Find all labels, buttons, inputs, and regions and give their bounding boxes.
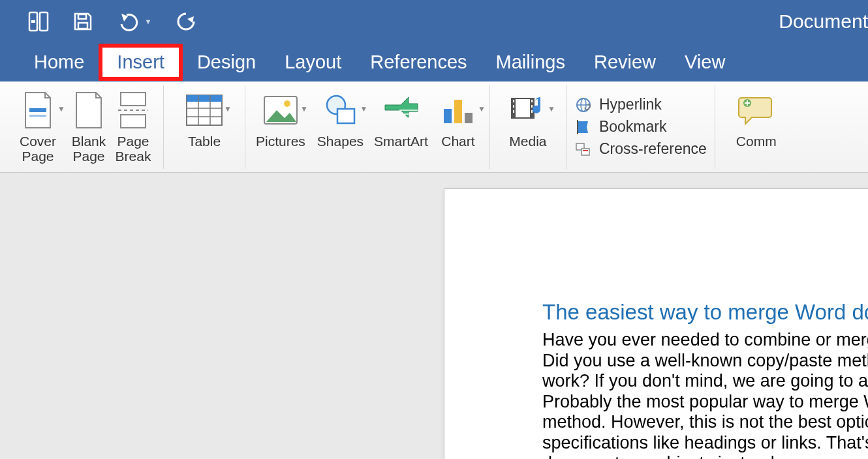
tab-mailings[interactable]: Mailings: [482, 48, 580, 77]
undo-icon[interactable]: ▼: [115, 9, 154, 34]
pictures-icon: ▼: [261, 91, 300, 130]
cross-reference-button[interactable]: Cross-reference: [574, 140, 707, 158]
svg-rect-6: [29, 115, 46, 117]
group-illustrations: ▼ Pictures ▼ Shapes SmartArt ▼ Chart: [245, 85, 490, 169]
blank-page-icon: [69, 91, 108, 130]
smartart-label: SmartArt: [374, 134, 428, 149]
chevron-down-icon: ▼: [478, 105, 486, 113]
save-icon[interactable]: [70, 9, 95, 34]
media-button[interactable]: ▼ Media: [508, 89, 548, 149]
group-pages: ▼ Cover Page Blank Page Page Break: [8, 85, 164, 169]
chart-icon: ▼: [439, 91, 478, 130]
comment-label: Comm: [736, 134, 777, 149]
smartart-icon: [382, 91, 421, 130]
chart-label: Chart: [441, 134, 474, 149]
chevron-down-icon: ▼: [360, 105, 368, 113]
cross-reference-label: Cross-reference: [599, 140, 707, 158]
ribbon-tabs: Home Insert Design Layout References Mai…: [0, 42, 868, 81]
redo-icon[interactable]: [174, 9, 198, 34]
document-body[interactable]: Have you ever needed to combine or merge…: [542, 330, 868, 459]
hyperlink-button[interactable]: Hyperlink: [574, 96, 707, 114]
chart-button[interactable]: ▼ Chart: [439, 89, 478, 149]
svg-rect-32: [531, 100, 533, 102]
svg-rect-34: [531, 110, 533, 113]
svg-rect-23: [444, 109, 452, 123]
table-button[interactable]: ▼ Table: [185, 89, 224, 149]
svg-rect-31: [513, 110, 514, 113]
svg-rect-19: [337, 109, 354, 123]
group-comments: Comm: [715, 85, 787, 169]
chevron-down-icon: ▼: [57, 105, 65, 113]
media-icon: ▼: [508, 91, 548, 130]
document-page[interactable]: The easiest way to merge Word docum Have…: [444, 188, 868, 459]
blank-page-label: Blank Page: [72, 134, 106, 164]
chevron-down-icon: ▼: [548, 105, 555, 113]
chevron-down-icon: ▼: [300, 105, 308, 113]
hyperlink-label: Hyperlink: [599, 96, 662, 113]
document-heading[interactable]: The easiest way to merge Word docum: [542, 300, 868, 325]
svg-rect-7: [121, 93, 146, 106]
group-tables: ▼ Table: [164, 85, 245, 169]
bookmark-label: Bookmark: [599, 118, 667, 136]
pictures-label: Pictures: [256, 134, 305, 149]
table-icon: ▼: [185, 91, 224, 130]
title-bar: ▼ Document: [0, 0, 868, 42]
hyperlink-icon: [574, 96, 593, 114]
highlight-insert: Insert: [99, 44, 183, 81]
tab-layout[interactable]: Layout: [270, 48, 356, 77]
quick-access-toolbar: ▼: [26, 9, 198, 34]
svg-rect-41: [583, 150, 588, 151]
pictures-button[interactable]: ▼ Pictures: [256, 89, 305, 149]
svg-rect-3: [78, 23, 87, 29]
chevron-down-icon: ▼: [224, 105, 232, 113]
cross-reference-icon: [574, 140, 593, 158]
svg-rect-33: [531, 105, 533, 108]
shapes-label: Shapes: [317, 134, 364, 149]
bookmark-icon: [574, 118, 593, 136]
svg-rect-4: [78, 14, 86, 19]
tab-review[interactable]: Review: [580, 48, 670, 77]
shapes-icon: ▼: [320, 91, 360, 130]
comment-icon: [737, 91, 776, 130]
svg-rect-40: [581, 149, 589, 155]
svg-rect-5: [29, 108, 46, 112]
cover-page-label: Cover Page: [20, 134, 56, 164]
media-label: Media: [509, 134, 546, 149]
svg-rect-30: [513, 105, 514, 108]
cover-page-button[interactable]: ▼ Cover Page: [18, 89, 57, 164]
page-break-label: Page Break: [116, 134, 151, 164]
tab-insert[interactable]: Insert: [102, 48, 179, 77]
ribbon-insert: ▼ Cover Page Blank Page Page Break ▼ Tab…: [0, 81, 868, 173]
shapes-button[interactable]: ▼ Shapes: [317, 89, 364, 149]
tab-view[interactable]: View: [670, 48, 739, 77]
cover-page-icon: ▼: [18, 91, 57, 130]
bookmark-button[interactable]: Bookmark: [574, 118, 707, 136]
smartart-button[interactable]: SmartArt: [374, 89, 428, 149]
window-title: Document: [779, 0, 868, 42]
document-workspace[interactable]: The easiest way to merge Word docum Have…: [0, 173, 868, 459]
svg-rect-2: [31, 20, 35, 23]
autosave-icon[interactable]: [26, 9, 51, 34]
group-links: Hyperlink Bookmark Cross-reference: [566, 85, 715, 169]
table-label: Table: [188, 134, 221, 149]
blank-page-button[interactable]: Blank Page: [69, 89, 108, 164]
svg-rect-29: [513, 100, 514, 102]
page-break-button[interactable]: Page Break: [114, 89, 153, 164]
svg-rect-9: [121, 115, 146, 128]
tab-home[interactable]: Home: [20, 48, 99, 77]
tab-design[interactable]: Design: [183, 48, 270, 77]
svg-rect-25: [465, 113, 473, 123]
svg-rect-24: [454, 100, 462, 123]
comment-button[interactable]: Comm: [736, 89, 777, 149]
svg-rect-1: [40, 12, 48, 31]
svg-point-17: [284, 100, 290, 107]
group-media: ▼ Media: [490, 85, 566, 169]
tab-references[interactable]: References: [356, 48, 481, 77]
page-break-icon: [114, 91, 153, 130]
svg-rect-11: [187, 95, 222, 102]
